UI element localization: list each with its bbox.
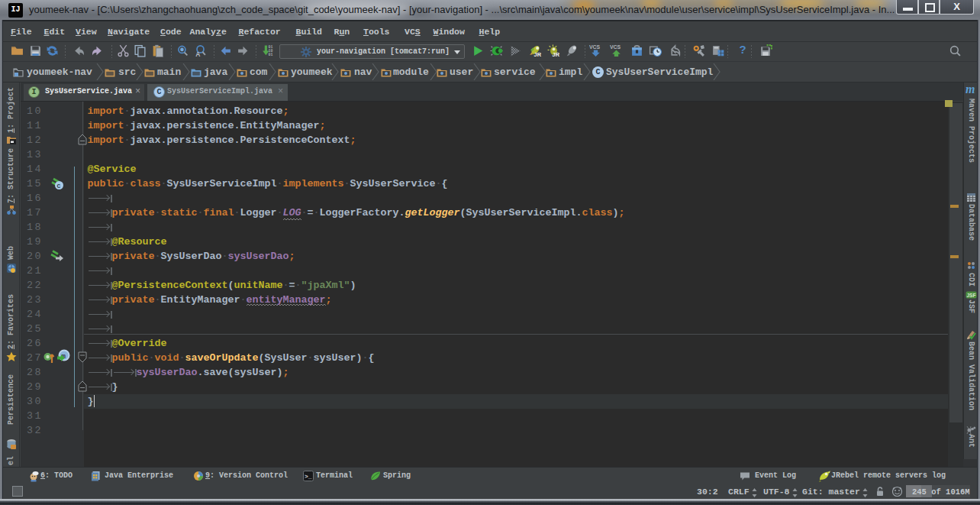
svg-text:A: A [195,50,200,57]
svg-text:JR: JR [553,51,560,57]
svg-text:C: C [57,183,61,189]
svg-text:VCS: VCS [589,44,601,50]
svg-text:JR: JR [534,51,542,57]
svg-text:JSF: JSF [967,293,976,298]
svg-text:VCS: VCS [610,44,621,50]
svg-text:>_: >_ [305,473,312,480]
svg-text:01: 01 [269,53,273,57]
